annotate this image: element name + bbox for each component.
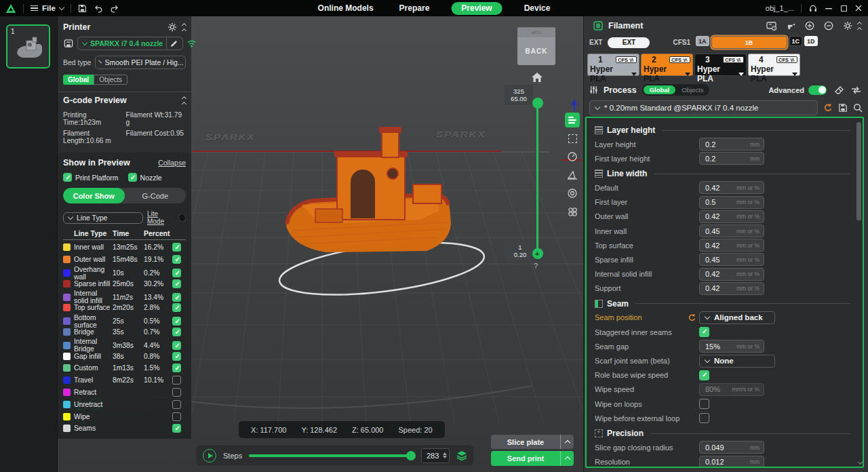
- steps-spinner[interactable]: [443, 452, 447, 458]
- line-type-visibility-checkbox[interactable]: [172, 303, 181, 312]
- filament-slot-1d[interactable]: 1D: [804, 36, 818, 46]
- ams-icon[interactable]: [766, 22, 777, 31]
- collapse-filament-icon[interactable]: [858, 20, 861, 31]
- setting-input[interactable]: 80%mm/s or %: [699, 383, 764, 396]
- setting-checkbox[interactable]: [699, 370, 709, 380]
- collapse-gcode-icon[interactable]: [182, 95, 186, 106]
- setting-input[interactable]: 15%mm or %: [699, 340, 764, 353]
- setting-input[interactable]: 0.2mm: [699, 138, 764, 151]
- undo-button[interactable]: [94, 4, 103, 13]
- edit-printer-button[interactable]: [166, 38, 181, 49]
- flush-nozzle-icon[interactable]: [787, 22, 795, 31]
- steps-slider[interactable]: [249, 454, 414, 457]
- line-type-visibility-checkbox[interactable]: [172, 317, 181, 326]
- plate-thumbnail-1[interactable]: 1: [6, 24, 50, 68]
- view-cube[interactable]: TOP BACK: [517, 27, 555, 65]
- setting-input[interactable]: 0.42mm or %: [699, 239, 764, 252]
- support-view-tool[interactable]: [565, 168, 580, 182]
- tab-online-models[interactable]: Online Models: [314, 2, 378, 14]
- setting-input[interactable]: 0.42mm or %: [699, 268, 764, 281]
- cfs-badge[interactable]: CFS: [723, 56, 744, 63]
- line-type-visibility-checkbox[interactable]: [172, 376, 181, 385]
- setting-input[interactable]: 0.5mm or %: [699, 196, 764, 209]
- setting-input[interactable]: 0.049mm: [699, 441, 764, 454]
- setting-input[interactable]: 0.2mm: [699, 152, 764, 165]
- filament-card-2[interactable]: 2CFSHyper PLA: [641, 54, 693, 76]
- maximize-button[interactable]: [840, 5, 848, 12]
- slice-plate-button[interactable]: Slice plate: [491, 435, 574, 449]
- cfs-badge[interactable]: CFS: [776, 56, 797, 63]
- filament-card-4[interactable]: 4CFSHyper PLA: [748, 54, 800, 76]
- tab-preview[interactable]: Preview: [451, 2, 502, 15]
- line-type-visibility-checkbox[interactable]: [172, 341, 181, 350]
- spiral-view-tool[interactable]: [565, 186, 580, 201]
- setting-checkbox[interactable]: [699, 327, 709, 337]
- setting-select[interactable]: Aligned back: [699, 311, 775, 324]
- line-type-visibility-checkbox[interactable]: [172, 352, 181, 361]
- close-button[interactable]: [854, 5, 863, 12]
- bed-type-select[interactable]: Smooth PEI Plate / Hig...: [95, 56, 186, 69]
- ext-button[interactable]: EXT: [608, 37, 650, 48]
- line-type-visibility-checkbox[interactable]: [172, 388, 181, 397]
- process-preset-select[interactable]: * 0.20mm Standard @SPARKX i7 0.4 nozzle: [589, 100, 818, 115]
- send-print-button[interactable]: Send print: [491, 451, 574, 466]
- checkbox-box[interactable]: [63, 173, 72, 182]
- layers-view-tool[interactable]: [565, 113, 580, 127]
- redo-button[interactable]: [110, 4, 119, 13]
- printer-select[interactable]: SPARKX i7 0.4 nozzle: [77, 37, 183, 50]
- compare-presets-icon[interactable]: [851, 86, 861, 94]
- speed-gauge-tool[interactable]: [565, 149, 580, 164]
- line-type-visibility-checkbox[interactable]: [172, 363, 181, 372]
- scope-objects-tab[interactable]: Objects: [94, 75, 127, 85]
- line-type-visibility-checkbox[interactable]: [172, 243, 181, 252]
- checkbox-box[interactable]: [128, 173, 137, 182]
- line-type-dropdown[interactable]: Line Type: [63, 212, 143, 224]
- line-type-visibility-checkbox[interactable]: [172, 424, 181, 433]
- setting-checkbox[interactable]: [699, 399, 709, 409]
- line-type-visibility-checkbox[interactable]: [172, 293, 181, 302]
- search-settings-icon[interactable]: [853, 103, 863, 113]
- save-preset-icon[interactable]: [838, 103, 848, 113]
- reset-setting-icon[interactable]: [688, 313, 696, 322]
- remove-filament-icon[interactable]: [824, 21, 833, 31]
- minimize-button[interactable]: [825, 5, 833, 12]
- filament-slot-1a[interactable]: 1A: [696, 36, 709, 46]
- setting-input[interactable]: 0.42mm or %: [699, 210, 764, 223]
- line-type-visibility-checkbox[interactable]: [172, 279, 181, 288]
- plate-select-tool[interactable]: [565, 131, 580, 146]
- line-type-visibility-checkbox[interactable]: [172, 328, 181, 336]
- checkbox-print-platform[interactable]: Print Platform: [63, 173, 119, 182]
- collapse-link[interactable]: Collapse: [158, 159, 186, 167]
- steps-slider-handle[interactable]: [406, 451, 416, 460]
- filament-name-dropdown[interactable]: Hyper PLA: [590, 64, 637, 83]
- command-clover-tool[interactable]: [565, 204, 580, 219]
- filament-name-dropdown[interactable]: Hyper PLA: [751, 64, 797, 83]
- settings-scrollbar[interactable]: [856, 121, 861, 456]
- eraser-icon[interactable]: [835, 85, 844, 94]
- reset-preset-icon[interactable]: [823, 103, 833, 113]
- tab-device[interactable]: Device: [520, 2, 555, 14]
- view-cube-top-face[interactable]: TOP: [517, 27, 555, 37]
- layers-mode-icon[interactable]: [456, 450, 467, 460]
- setting-checkbox[interactable]: [699, 413, 709, 423]
- filament-name-dropdown[interactable]: Hyper PLA: [644, 64, 690, 83]
- layer-slider-top-handle[interactable]: [532, 98, 543, 109]
- save-button[interactable]: [78, 4, 87, 13]
- home-view-icon[interactable]: [531, 72, 543, 84]
- filament-settings-gear-icon[interactable]: [843, 21, 852, 31]
- filament-name-dropdown[interactable]: Hyper PLA: [697, 64, 744, 83]
- process-scope-objects[interactable]: Objects: [677, 85, 708, 94]
- wifi-icon[interactable]: [186, 39, 197, 47]
- view-cube-back-face[interactable]: BACK: [517, 37, 555, 65]
- scroll-down-icon[interactable]: [859, 457, 862, 465]
- play-button[interactable]: [203, 449, 216, 463]
- view-mode-color-show[interactable]: Color Show: [63, 188, 125, 203]
- setting-input[interactable]: 0.42mm or %: [699, 181, 764, 194]
- checkbox-nozzle[interactable]: Nozzle: [128, 173, 162, 182]
- setting-input[interactable]: 0.012mm: [699, 456, 764, 468]
- scope-global-tab[interactable]: Global: [63, 75, 94, 85]
- steps-value-input[interactable]: 283: [421, 448, 450, 463]
- support-headset-icon[interactable]: [808, 4, 818, 13]
- add-filament-icon[interactable]: [805, 21, 814, 31]
- line-type-visibility-checkbox[interactable]: [172, 255, 181, 264]
